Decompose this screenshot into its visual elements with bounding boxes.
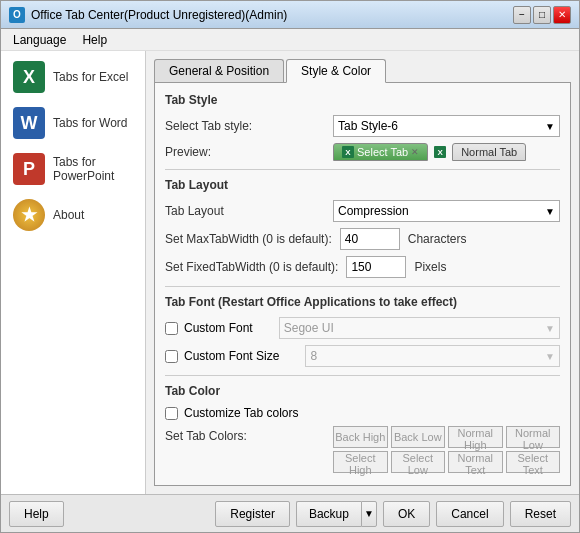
tab-general[interactable]: General & Position [154,59,284,82]
sidebar: X Tabs for Excel W Tabs for Word P Tabs … [1,51,146,494]
preview-area: X Select Tab ✕ X Normal Tab [333,143,526,161]
select-high-btn[interactable]: Select High [333,451,388,473]
menu-help[interactable]: Help [74,31,115,49]
divider-1 [165,169,560,170]
custom-font-size-dropdown: 8 ▼ [305,345,560,367]
divider-3 [165,375,560,376]
tab-style-value: Tab Style-6 [338,119,545,133]
backup-split-button: Backup ▼ [296,501,377,527]
preview-label: Preview: [165,145,325,159]
close-button[interactable]: ✕ [553,6,571,24]
max-tab-unit: Characters [408,232,468,246]
menu-language[interactable]: Language [5,31,74,49]
select-tab-style-label: Select Tab style: [165,119,325,133]
fixed-tab-label: Set FixedTabWidth (0 is default): [165,260,338,274]
customize-colors-row: Customize Tab colors [165,406,560,420]
customize-colors-label: Customize Tab colors [184,406,299,420]
tabs-header: General & Position Style & Color [154,59,571,83]
preview-normal-tab: Normal Tab [452,143,526,161]
footer: Help Register Backup ▼ OK Cancel Reset [1,494,579,532]
reset-button[interactable]: Reset [510,501,571,527]
normal-low-btn[interactable]: Normal Low [506,426,561,448]
custom-font-size-checkbox[interactable] [165,350,178,363]
back-low-btn[interactable]: Back Low [391,426,446,448]
sidebar-item-about[interactable]: ★ About [5,193,141,237]
custom-font-label: Custom Font [184,321,253,335]
tab-content: Tab Style Select Tab style: Tab Style-6 … [154,83,571,486]
preview-close-icon: ✕ [411,147,419,157]
sidebar-excel-label: Tabs for Excel [53,70,128,84]
tab-font-section-title: Tab Font (Restart Office Applications to… [165,295,560,309]
cancel-button[interactable]: Cancel [436,501,503,527]
custom-font-size-row: Custom Font Size 8 ▼ [165,345,560,367]
color-buttons-container: Back High Back Low Normal High Normal Lo… [333,426,560,479]
title-bar: O Office Tab Center(Product Unregistered… [1,1,579,29]
sidebar-word-label: Tabs for Word [53,116,127,130]
minimize-button[interactable]: − [513,6,531,24]
select-tab-style-row: Select Tab style: Tab Style-6 ▼ [165,115,560,137]
custom-font-checkbox[interactable] [165,322,178,335]
custom-font-arrow: ▼ [545,323,555,334]
backup-button[interactable]: Backup [296,501,361,527]
tab-color-section-title: Tab Color [165,384,560,398]
app-icon: O [9,7,25,23]
max-tab-label: Set MaxTabWidth (0 is default): [165,232,332,246]
title-bar-text: Office Tab Center(Product Unregistered)(… [31,8,513,22]
fixed-tab-row: Set FixedTabWidth (0 is default): Pixels [165,256,560,278]
title-bar-buttons: − □ ✕ [513,6,571,24]
custom-font-size-arrow: ▼ [545,351,555,362]
color-preview-row: Preview: X Select Tab ✕ X Normal Tab [165,485,560,486]
tab-style-dropdown-arrow: ▼ [545,121,555,132]
about-icon: ★ [13,199,45,231]
custom-font-row: Custom Font Segoe UI ▼ [165,317,560,339]
select-low-btn[interactable]: Select Low [391,451,446,473]
custom-font-value: Segoe UI [284,321,545,335]
menu-bar: Language Help [1,29,579,51]
set-tab-colors-label: Set Tab Colors: [165,426,325,443]
sidebar-item-word[interactable]: W Tabs for Word [5,101,141,145]
tab-layout-section-title: Tab Layout [165,178,560,192]
main-window: O Office Tab Center(Product Unregistered… [0,0,580,533]
content-area: X Tabs for Excel W Tabs for Word P Tabs … [1,51,579,494]
back-high-btn[interactable]: Back High [333,426,388,448]
excel-icon: X [13,61,45,93]
register-button[interactable]: Register [215,501,290,527]
fixed-tab-input[interactable] [346,256,406,278]
custom-font-size-label: Custom Font Size [184,349,279,363]
preview-select-tab: X Select Tab ✕ [333,143,428,161]
tab-layout-label: Tab Layout [165,204,325,218]
normal-high-btn[interactable]: Normal High [448,426,503,448]
color-preview-area: X Select Tab ✕ X Normal Tab [333,485,526,486]
fixed-tab-unit: Pixels [414,260,474,274]
divider-2 [165,286,560,287]
help-button[interactable]: Help [9,501,64,527]
preview-normal-icon: X [434,146,446,158]
main-panel: General & Position Style & Color Tab Sty… [146,51,579,494]
color-preview-normal-tab: Normal Tab [452,485,526,486]
customize-colors-checkbox[interactable] [165,407,178,420]
tab-layout-dropdown[interactable]: Compression ▼ [333,200,560,222]
tab-style-section-title: Tab Style [165,93,560,107]
tab-style-color[interactable]: Style & Color [286,59,386,83]
preview-row: Preview: X Select Tab ✕ X Normal Tab [165,143,560,161]
color-preview-select-tab: X Select Tab ✕ [333,485,428,486]
tab-style-dropdown[interactable]: Tab Style-6 ▼ [333,115,560,137]
tab-layout-value: Compression [338,204,545,218]
normal-text-btn[interactable]: Normal Text [448,451,503,473]
select-text-btn[interactable]: Select Text [506,451,561,473]
ok-button[interactable]: OK [383,501,430,527]
custom-font-dropdown: Segoe UI ▼ [279,317,560,339]
maximize-button[interactable]: □ [533,6,551,24]
preview-normal-text: Normal Tab [461,146,517,158]
tab-layout-arrow: ▼ [545,206,555,217]
preview-excel-icon: X [342,146,354,158]
backup-dropdown-arrow[interactable]: ▼ [361,501,377,527]
sidebar-item-ppt[interactable]: P Tabs for PowerPoint [5,147,141,191]
custom-font-size-value: 8 [310,349,545,363]
max-tab-row: Set MaxTabWidth (0 is default): Characte… [165,228,560,250]
sidebar-item-excel[interactable]: X Tabs for Excel [5,55,141,99]
tab-layout-row: Tab Layout Compression ▼ [165,200,560,222]
sidebar-about-label: About [53,208,84,222]
max-tab-input[interactable] [340,228,400,250]
tab-colors-grid: Back High Back Low Normal High Normal Lo… [333,426,560,473]
